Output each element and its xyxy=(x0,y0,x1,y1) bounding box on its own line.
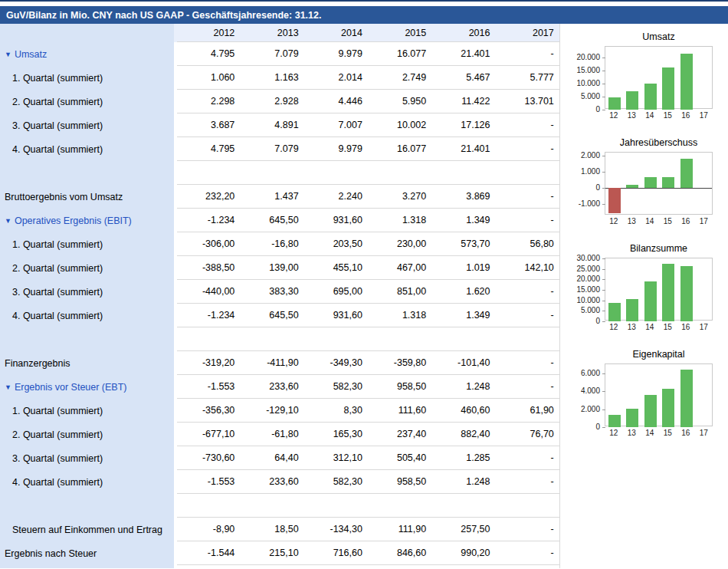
y-tick-label: 0 xyxy=(595,183,600,192)
value-cell: 582,30 xyxy=(305,381,369,392)
mini-chart-umsatz: Umsatz05.00010.00015.00020.0001213141516… xyxy=(568,31,719,123)
value-cell: 5.777 xyxy=(496,72,559,83)
x-tick-label: 12 xyxy=(609,323,618,331)
chart-bar xyxy=(626,409,638,427)
value-cell: 1.163 xyxy=(241,72,304,83)
collapsible-group-label[interactable]: ▼Ergebnis vor Steuer (EBT) xyxy=(5,382,127,393)
table-row: Finanzergebnis-319,20-411,90-349,30-359,… xyxy=(0,351,559,375)
x-tick-label: 15 xyxy=(664,111,672,120)
row-label-cell: Steuern auf Einkommen und Ertrag xyxy=(0,518,174,541)
chart-bar xyxy=(662,67,674,110)
x-tick-label: 15 xyxy=(664,429,672,437)
y-tick-label: 15.000 xyxy=(576,65,600,74)
value-cell: 111,90 xyxy=(369,524,432,534)
value-cell: 7.079 xyxy=(241,48,304,59)
row-label: 1. Quartal (summiert) xyxy=(12,239,103,250)
value-cell: 230,00 xyxy=(369,238,432,249)
value-cell: 455,10 xyxy=(305,262,369,273)
chart-bar xyxy=(626,185,638,188)
axis-tick-mark xyxy=(602,258,605,259)
table-row: 4. Quartal (summiert)-1.234645,50931,601… xyxy=(0,304,559,327)
x-tick-label: 16 xyxy=(681,429,690,437)
chart-panel: Umsatz05.00010.00015.00020.0001213141516… xyxy=(560,24,728,568)
chart-title: Jahresüberschuss xyxy=(598,137,719,150)
value-cell: 846,60 xyxy=(369,548,432,558)
value-cell: 111,60 xyxy=(369,405,432,416)
chart-bar xyxy=(608,188,621,213)
value-cell: - xyxy=(496,48,559,59)
collapsible-group-label[interactable]: ▼Umsatz xyxy=(5,49,47,60)
row-label-cell: 4. Quartal (summiert) xyxy=(0,470,174,494)
axis-tick-mark xyxy=(602,269,605,270)
value-cell: 573,70 xyxy=(432,238,496,249)
value-cell: 215,10 xyxy=(241,548,304,558)
spacer-row xyxy=(0,161,559,185)
value-cell: -1.544 xyxy=(177,548,241,558)
axis-tick-mark xyxy=(602,110,605,110)
row-label-cell: 1. Quartal (summiert) xyxy=(0,232,174,256)
axis-tick-mark xyxy=(602,204,605,205)
value-cell: 233,60 xyxy=(241,381,304,392)
year-header: 2013 xyxy=(241,28,304,38)
value-cell: 233,60 xyxy=(241,476,304,487)
row-label[interactable]: Ergebnis vor Steuer (EBT) xyxy=(15,382,127,393)
y-tick-label: -1.000 xyxy=(579,199,600,208)
row-label-cell xyxy=(0,494,174,518)
value-cell: 232,20 xyxy=(177,191,241,202)
year-header: 2012 xyxy=(177,28,241,38)
value-cell: 9.979 xyxy=(305,48,369,59)
value-cell: 11.422 xyxy=(432,96,496,107)
row-label-cell xyxy=(0,565,174,568)
axis-tick-mark xyxy=(602,58,605,58)
x-tick-label: 17 xyxy=(700,111,708,120)
axis-tick-mark xyxy=(602,84,605,84)
value-cell: 16.077 xyxy=(369,48,432,59)
value-cell: 18,50 xyxy=(241,524,304,534)
value-cell: 1.060 xyxy=(177,72,241,83)
y-axis-labels: 05.00010.00015.00020.000 xyxy=(568,46,605,109)
row-values: -1.234645,50931,601.3181.349- xyxy=(177,304,560,327)
row-values xyxy=(177,161,560,185)
collapse-triangle-icon[interactable]: ▼ xyxy=(5,383,11,391)
row-label-cell: 2. Quartal (summiert) xyxy=(0,256,174,280)
value-cell: -359,80 xyxy=(369,357,432,368)
row-label: Finanzergebnis xyxy=(5,358,70,369)
table-row: 2. Quartal (summiert)2.2982.9284.4465.95… xyxy=(0,90,559,113)
collapsible-group-label[interactable]: ▼Operatives Ergebnis (EBIT) xyxy=(5,215,132,226)
chart-title: Bilanzsumme xyxy=(598,243,719,255)
table-row: 1. Quartal (summiert)1.0601.1632.0142.74… xyxy=(0,66,559,90)
value-cell: - xyxy=(496,286,559,297)
value-cell: -319,20 xyxy=(177,357,241,368)
value-cell: 16.077 xyxy=(369,143,432,154)
value-cell: 4.446 xyxy=(305,96,369,107)
collapse-triangle-icon[interactable]: ▼ xyxy=(5,51,11,58)
value-cell: 10.002 xyxy=(369,120,432,130)
row-label-cell: 3. Quartal (summiert) xyxy=(0,113,174,137)
x-tick-label: 17 xyxy=(700,217,708,225)
row-label[interactable]: Operatives Ergebnis (EBIT) xyxy=(15,215,132,226)
value-cell: - xyxy=(496,215,559,225)
x-tick-label: 12 xyxy=(609,217,618,225)
year-header: 2017 xyxy=(496,28,559,38)
y-tick-label: 20.000 xyxy=(576,275,600,283)
value-cell: -101,40 xyxy=(432,357,496,368)
value-cell: 13.701 xyxy=(496,96,559,107)
y-tick-label: 20.000 xyxy=(576,52,600,61)
value-cell: 4.891 xyxy=(241,120,304,130)
value-cell: -129,10 xyxy=(241,405,304,416)
row-values: -1.553233,60582,30958,501.248- xyxy=(177,470,560,494)
x-tick-label: 13 xyxy=(628,429,636,437)
value-cell: 56,80 xyxy=(496,238,559,249)
collapse-triangle-icon[interactable]: ▼ xyxy=(5,217,11,225)
value-cell: 8,30 xyxy=(305,405,369,416)
x-tick-label: 12 xyxy=(609,429,618,437)
y-tick-label: 6.000 xyxy=(581,368,600,377)
mini-chart-eigenkapital: Eigenkapital02.0004.0006.000121314151617 xyxy=(568,349,719,440)
row-label[interactable]: Umsatz xyxy=(15,49,47,60)
value-cell: 1.019 xyxy=(432,262,496,273)
value-cell: - xyxy=(496,143,559,154)
row-label-cell xyxy=(0,161,174,185)
title-bar: GuV/Bilanz in Mio. CNY nach US GAAP - Ge… xyxy=(0,6,728,24)
y-tick-label: 0 xyxy=(595,317,600,325)
chart-bar xyxy=(680,54,693,110)
